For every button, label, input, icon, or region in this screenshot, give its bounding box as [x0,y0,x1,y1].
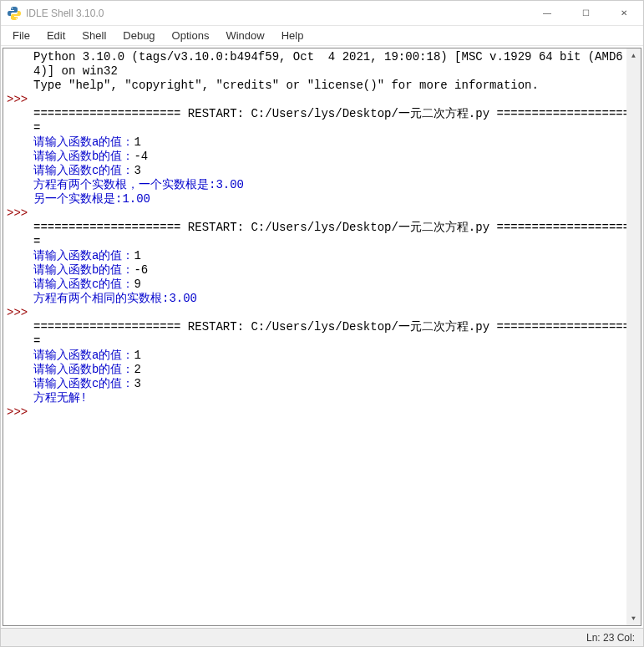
scroll-down-icon[interactable]: ▼ [626,611,641,625]
menu-shell[interactable]: Shell [74,28,114,43]
shell-editor[interactable]: >>> >>> >>> >>> Python 3.10.0 (tags/v3.1… [3,48,641,626]
window-buttons: — ☐ ✕ [528,1,643,25]
menu-help[interactable]: Help [273,28,312,43]
prompt-gutter: >>> >>> >>> >>> [3,48,30,625]
python-icon [8,7,21,20]
minimize-button[interactable]: — [528,1,566,25]
scroll-track[interactable] [626,63,641,611]
menu-options[interactable]: Options [164,28,218,43]
menu-file[interactable]: File [4,28,38,43]
vertical-scrollbar[interactable]: ▲ ▼ [626,48,641,625]
statusbar: Ln: 23 Col: [1,628,643,646]
svg-point-1 [16,18,18,19]
titlebar: IDLE Shell 3.10.0 — ☐ ✕ [1,1,643,26]
close-button[interactable]: ✕ [605,1,643,25]
cursor-position: Ln: 23 Col: [586,632,635,644]
menu-window[interactable]: Window [217,28,272,43]
window-title: IDLE Shell 3.10.0 [26,8,528,19]
shell-content[interactable]: Python 3.10.0 (tags/v3.10.0:b494f59, Oct… [30,48,641,625]
menu-edit[interactable]: Edit [38,28,74,43]
maximize-button[interactable]: ☐ [566,1,605,25]
svg-point-0 [12,8,13,9]
menu-debug[interactable]: Debug [114,28,163,43]
scroll-up-icon[interactable]: ▲ [626,48,641,63]
menubar: File Edit Shell Debug Options Window Hel… [1,26,643,46]
